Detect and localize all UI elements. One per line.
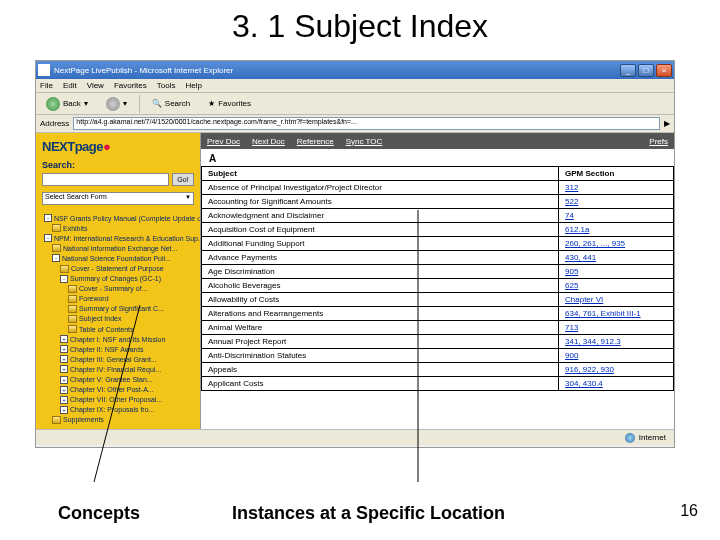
address-label: Address bbox=[40, 119, 69, 128]
nextpage-logo: NEXTpage● bbox=[42, 139, 194, 154]
menu-file[interactable]: File bbox=[40, 81, 53, 90]
tree-item[interactable]: Supplements bbox=[42, 415, 194, 425]
tree-expand-icon[interactable]: + bbox=[60, 396, 68, 404]
menu-favorites[interactable]: Favorites bbox=[114, 81, 147, 90]
go-icon[interactable]: ▶ bbox=[664, 119, 670, 128]
tree-expand-icon[interactable]: - bbox=[44, 214, 52, 222]
tree-expand-icon[interactable]: + bbox=[60, 365, 68, 373]
cell-section-link[interactable]: 900 bbox=[559, 349, 674, 363]
cell-subject: Appeals bbox=[202, 363, 559, 377]
tree-item[interactable]: +Chapter V: Grantee Stan... bbox=[42, 375, 194, 385]
tree-expand-icon[interactable]: + bbox=[60, 406, 68, 414]
tree-item-label: Summary of Significant C... bbox=[79, 304, 164, 313]
tree-item[interactable]: +Chapter IX: Proposals fro... bbox=[42, 405, 194, 415]
forward-icon bbox=[106, 97, 120, 111]
cell-section-link[interactable]: 612.1a bbox=[559, 223, 674, 237]
tree-item[interactable]: +Chapter III: General Grant... bbox=[42, 354, 194, 364]
table-row: Applicant Costs304, 430.4 bbox=[202, 377, 674, 391]
tree-item-label: Exhibits bbox=[63, 224, 88, 233]
menu-view[interactable]: View bbox=[87, 81, 104, 90]
cell-subject: Animal Welfare bbox=[202, 321, 559, 335]
table-row: Animal Welfare713 bbox=[202, 321, 674, 335]
table-row: Appeals916, 922, 930 bbox=[202, 363, 674, 377]
search-button[interactable]: 🔍 Search bbox=[146, 96, 196, 111]
cell-subject: Alcoholic Beverages bbox=[202, 279, 559, 293]
tree-item[interactable]: Table of Contents bbox=[42, 324, 194, 334]
menu-tools[interactable]: Tools bbox=[157, 81, 176, 90]
cell-section-link[interactable]: 625 bbox=[559, 279, 674, 293]
go-button[interactable]: Go! bbox=[172, 173, 194, 186]
tree-item[interactable]: +Chapter I: NSF and Its Mission bbox=[42, 334, 194, 344]
cell-section-link[interactable]: 430, 441 bbox=[559, 251, 674, 265]
tree-expand-icon[interactable]: + bbox=[60, 335, 68, 343]
tree-item[interactable]: +Chapter II: NSF Awards bbox=[42, 344, 194, 354]
tree-expand-icon[interactable]: - bbox=[52, 254, 60, 262]
tree-item[interactable]: +Chapter IV: Financial Requi... bbox=[42, 364, 194, 374]
tree-item[interactable]: Cover - Statement of Purpose bbox=[42, 263, 194, 273]
index-letter: A bbox=[201, 149, 674, 166]
tree-item-label: Subject Index bbox=[79, 314, 121, 323]
table-row: Age Discrimination905 bbox=[202, 265, 674, 279]
search-heading: Search: bbox=[42, 160, 194, 170]
tree-item-label: Chapter VI: Other Post-A... bbox=[70, 385, 154, 394]
address-input[interactable]: http://a4.g.akamai.net/7/4/1520/0001/cac… bbox=[73, 117, 660, 130]
cell-section-link[interactable]: 260, 261, ..., 935 bbox=[559, 237, 674, 251]
menu-edit[interactable]: Edit bbox=[63, 81, 77, 90]
prefs-link[interactable]: Prefs bbox=[649, 137, 668, 146]
cell-section-link[interactable]: 522 bbox=[559, 195, 674, 209]
cell-section-link[interactable]: 74 bbox=[559, 209, 674, 223]
tree-item[interactable]: -National Science Foundation Poli... bbox=[42, 253, 194, 263]
tree-item[interactable]: -Summary of Changes (GC-1) bbox=[42, 274, 194, 284]
reference-link[interactable]: Reference bbox=[297, 137, 334, 146]
titlebar: NextPage LivePublish - Microsoft Interne… bbox=[36, 61, 674, 79]
forward-button[interactable]: ▾ bbox=[100, 94, 133, 114]
back-button[interactable]: Back ▾ bbox=[40, 94, 94, 114]
tree-expand-icon[interactable]: + bbox=[60, 386, 68, 394]
tree-item[interactable]: Exhibits bbox=[42, 223, 194, 233]
cell-subject: Acquisition Cost of Equipment bbox=[202, 223, 559, 237]
table-row: Absence of Principal Investigator/Projec… bbox=[202, 181, 674, 195]
table-row: Alcoholic Beverages625 bbox=[202, 279, 674, 293]
folder-icon bbox=[52, 224, 61, 232]
tree-item-label: National Science Foundation Poli... bbox=[62, 254, 171, 263]
cell-section-link[interactable]: 304, 430.4 bbox=[559, 377, 674, 391]
tree-item[interactable]: -NSF Grants Policy Manual (Complete Upda… bbox=[42, 213, 194, 223]
close-button[interactable]: × bbox=[656, 64, 672, 77]
minimize-button[interactable]: _ bbox=[620, 64, 636, 77]
cell-section-link[interactable]: 905 bbox=[559, 265, 674, 279]
next-doc-link[interactable]: Next Doc bbox=[252, 137, 285, 146]
folder-icon bbox=[68, 325, 77, 333]
cell-section-link[interactable]: 312 bbox=[559, 181, 674, 195]
tree-expand-icon[interactable]: + bbox=[60, 345, 68, 353]
tree-expand-icon[interactable]: - bbox=[44, 234, 52, 242]
tree-item-label: Chapter VII: Other Proposal... bbox=[70, 395, 162, 404]
tree-item[interactable]: Foreword bbox=[42, 294, 194, 304]
tree-item[interactable]: Subject Index bbox=[42, 314, 194, 324]
cell-section-link[interactable]: Chapter VI bbox=[559, 293, 674, 307]
sync-toc-link[interactable]: Sync TOC bbox=[346, 137, 383, 146]
prev-doc-link[interactable]: Prev Doc bbox=[207, 137, 240, 146]
maximize-button[interactable]: □ bbox=[638, 64, 654, 77]
tree-item[interactable]: -NPM: International Research & Education… bbox=[42, 233, 194, 243]
favorites-button[interactable]: ★ Favorites bbox=[202, 96, 257, 111]
tree-expand-icon[interactable]: + bbox=[60, 355, 68, 363]
cell-section-link[interactable]: 634, 761, Exhibit III-1 bbox=[559, 307, 674, 321]
folder-icon bbox=[68, 295, 77, 303]
window-buttons: _ □ × bbox=[620, 64, 672, 77]
cell-subject: Additional Funding Support bbox=[202, 237, 559, 251]
tree-item[interactable]: +Chapter VII: Other Proposal... bbox=[42, 395, 194, 405]
tree-item[interactable]: Summary of Significant C... bbox=[42, 304, 194, 314]
tree-expand-icon[interactable]: + bbox=[60, 376, 68, 384]
tree-item[interactable]: +Chapter VI: Other Post-A... bbox=[42, 385, 194, 395]
cell-section-link[interactable]: 713 bbox=[559, 321, 674, 335]
tree-item[interactable]: National Information Exchange Net... bbox=[42, 243, 194, 253]
search-form-select[interactable]: Select Search Form bbox=[42, 192, 194, 205]
search-input[interactable] bbox=[42, 173, 169, 186]
tree-item-label: NPM: International Research & Education … bbox=[54, 234, 201, 243]
tree-expand-icon[interactable]: - bbox=[60, 275, 68, 283]
menu-help[interactable]: Help bbox=[185, 81, 201, 90]
tree-item-label: Chapter II: NSF Awards bbox=[70, 345, 143, 354]
cell-section-link[interactable]: 341, 344, 912.3 bbox=[559, 335, 674, 349]
cell-section-link[interactable]: 916, 922, 930 bbox=[559, 363, 674, 377]
tree-item[interactable]: Cover - Summary of... bbox=[42, 284, 194, 294]
